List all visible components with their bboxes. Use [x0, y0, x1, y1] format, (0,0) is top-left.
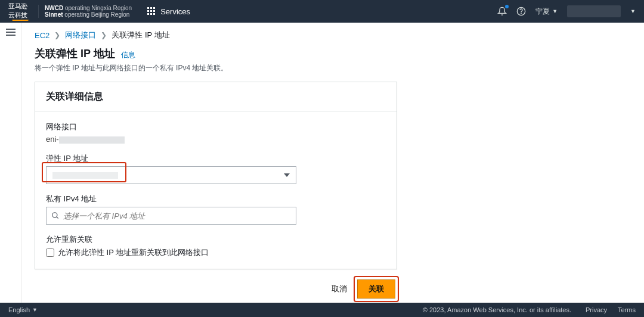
field-network-interface: 网络接口 eni-: [46, 122, 386, 144]
cancel-button[interactable]: 取消: [329, 280, 349, 298]
privacy-link[interactable]: Privacy: [586, 306, 607, 313]
field-private-ip: 私有 IPv4 地址: [46, 194, 386, 225]
reassociate-label: 允许重新关联: [46, 234, 386, 245]
eni-value: eni-: [46, 135, 386, 144]
region-selector[interactable]: 宁夏 ▼: [535, 7, 558, 17]
notification-dot-icon: [505, 5, 509, 8]
partner-info: NWCD operating Ningxia Region Sinnet ope…: [38, 5, 132, 18]
top-right-controls: 宁夏 ▼ ▼: [497, 5, 636, 17]
chevron-down-icon: [284, 173, 290, 177]
aws-logo[interactable]: 亚马逊云科技: [8, 5, 32, 18]
page-title: 关联弹性 IP 地址: [35, 46, 115, 61]
reassociate-checkbox-label: 允许将此弹性 IP 地址重新关联到此网络接口: [58, 247, 209, 258]
services-menu[interactable]: Services: [147, 7, 190, 16]
private-ip-input[interactable]: [63, 212, 291, 220]
aws-smile-icon: [12, 20, 29, 21]
terms-link[interactable]: Terms: [618, 306, 636, 313]
side-nav-toggle[interactable]: [6, 29, 16, 36]
field-elastic-ip: 弹性 IP 地址: [46, 153, 386, 184]
svg-line-3: [57, 217, 58, 219]
main-content: EC2 ❯ 网络接口 ❯ 关联弹性 IP 地址 关联弹性 IP 地址 信息 将一…: [21, 23, 644, 303]
reassociate-checkbox[interactable]: [46, 248, 54, 257]
eni-label: 网络接口: [46, 122, 386, 132]
help-button[interactable]: [516, 7, 526, 16]
redacted-eip-value: [52, 172, 118, 179]
page-subtitle: 将一个弹性 IP 地址与此网络接口的一个私有 IPv4 地址关联。: [35, 63, 632, 73]
language-selector[interactable]: English ▼: [8, 306, 38, 313]
breadcrumb-ec2[interactable]: EC2: [35, 31, 49, 40]
info-link[interactable]: 信息: [121, 50, 135, 60]
eip-label: 弹性 IP 地址: [46, 153, 386, 164]
elastic-ip-select[interactable]: [46, 166, 296, 184]
help-icon: [516, 7, 526, 16]
form-actions: 取消 关联: [35, 278, 397, 300]
field-reassociate: 允许重新关联 允许将此弹性 IP 地址重新关联到此网络接口: [46, 234, 386, 258]
breadcrumb-network-interfaces[interactable]: 网络接口: [65, 30, 96, 41]
breadcrumb: EC2 ❯ 网络接口 ❯ 关联弹性 IP 地址: [35, 30, 632, 41]
language-label: English: [8, 306, 30, 313]
redacted-eni-id: [59, 136, 125, 144]
details-panel: 关联详细信息 网络接口 eni- 弹性 IP 地址 私有: [35, 82, 397, 269]
notifications-button[interactable]: [497, 7, 507, 16]
region-label: 宁夏: [535, 7, 550, 17]
search-icon: [51, 212, 60, 220]
chevron-right-icon: ❯: [101, 31, 107, 39]
grid-icon: [147, 7, 156, 15]
chevron-down-icon: ▼: [630, 8, 636, 14]
copyright-text: © 2023, Amazon Web Services, Inc. or its…: [423, 306, 571, 313]
svg-point-1: [521, 13, 522, 14]
chevron-down-icon: ▼: [552, 8, 558, 14]
top-nav: 亚马逊云科技 NWCD operating Ningxia Region Sin…: [0, 0, 644, 23]
chevron-right-icon: ❯: [54, 31, 60, 39]
account-menu[interactable]: [567, 5, 621, 17]
panel-header: 关联详细信息: [35, 82, 397, 112]
breadcrumb-current: 关联弹性 IP 地址: [112, 30, 169, 41]
logo-text: 亚马逊云科技: [8, 2, 32, 20]
chevron-down-icon: ▼: [32, 307, 38, 313]
reassociate-checkbox-row[interactable]: 允许将此弹性 IP 地址重新关联到此网络接口: [46, 247, 386, 258]
side-rail: [0, 23, 21, 303]
logo-group: 亚马逊云科技 NWCD operating Ningxia Region Sin…: [8, 5, 132, 18]
services-label: Services: [160, 7, 190, 16]
associate-button[interactable]: 关联: [357, 279, 395, 299]
private-ip-select[interactable]: [46, 207, 296, 225]
svg-point-2: [52, 213, 57, 217]
private-ip-label: 私有 IPv4 地址: [46, 194, 386, 204]
footer: English ▼ © 2023, Amazon Web Services, I…: [0, 303, 644, 317]
